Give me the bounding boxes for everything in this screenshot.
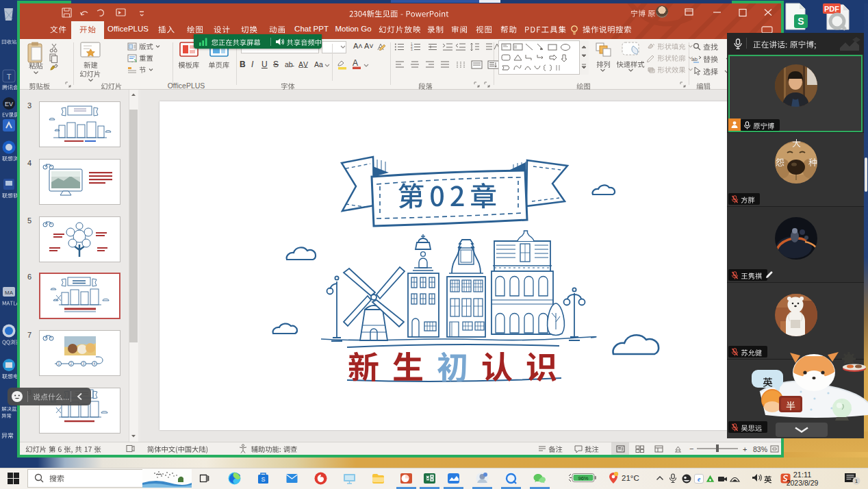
svg-text:T: T — [7, 73, 12, 81]
svg-text:1: 1 — [855, 478, 858, 484]
svg-text:S: S — [261, 476, 265, 483]
svg-text:3.: 3. — [411, 48, 413, 51]
svg-text:96%: 96% — [578, 475, 588, 481]
svg-text:3: 3 — [83, 362, 85, 366]
svg-text:4: 4 — [94, 362, 96, 366]
svg-text:A: A — [353, 58, 358, 68]
svg-text:2: 2 — [71, 362, 73, 366]
svg-text:1: 1 — [58, 362, 60, 366]
svg-text:PDF: PDF — [824, 5, 839, 13]
svg-text:ab: ab — [691, 56, 698, 62]
svg-text:MA: MA — [5, 290, 14, 296]
svg-text:S: S — [797, 16, 804, 27]
svg-text:EV: EV — [5, 101, 13, 108]
